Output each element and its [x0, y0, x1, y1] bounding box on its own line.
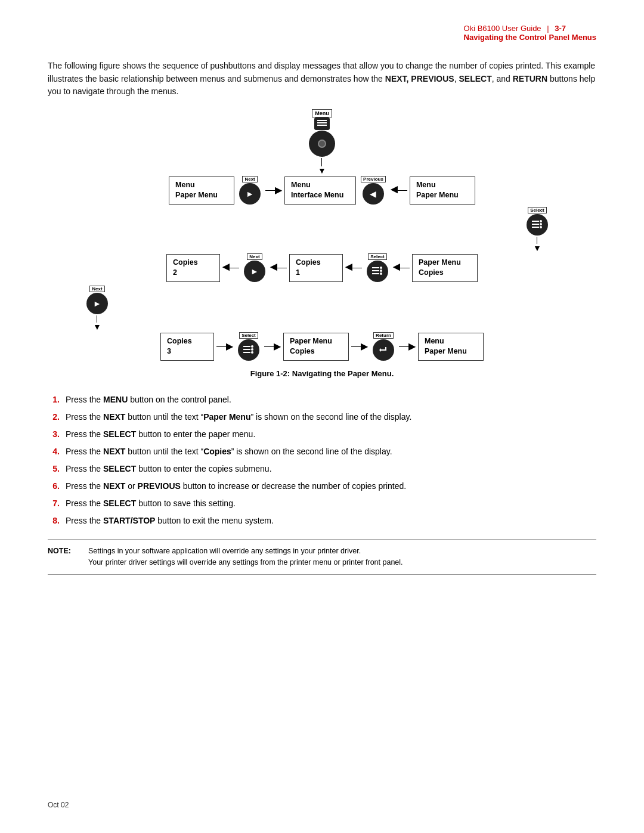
- row-1: Menu Paper Menu Next ► ▶: [69, 176, 575, 205]
- top-menu-icon: Menu ▼: [309, 109, 335, 175]
- svg-point-6: [540, 223, 542, 225]
- copies-box-3: Copies 3: [160, 333, 214, 361]
- next-label-1: Next: [244, 176, 255, 182]
- step-num-8: 8.: [48, 515, 60, 527]
- guide-name: Oki B6100 User Guide: [464, 24, 541, 33]
- next-arrow-icon-1: ►: [246, 190, 254, 198]
- step-text-4: Press the NEXT button until the text “Co…: [66, 445, 596, 458]
- select-btn-row: Select ▼: [69, 207, 575, 252]
- select-label-2: Select: [370, 254, 385, 259]
- list-item: 7. Press the SELECT button to save this …: [48, 497, 596, 510]
- select-btn-3: Select: [238, 332, 259, 361]
- copies-box-1: Copies 1: [289, 254, 343, 282]
- step-num-5: 5.: [48, 463, 60, 475]
- steps-list: 1. Press the MENU button on the control …: [48, 394, 596, 527]
- select-circle-top: [527, 214, 548, 236]
- arrow-left-3: ▶: [270, 263, 287, 272]
- next-arrow-icon-2: ►: [250, 267, 259, 275]
- svg-rect-9: [372, 267, 379, 268]
- copies-3-text: Copies 3: [167, 336, 208, 357]
- select-circle-2: [367, 261, 388, 282]
- page-footer: Oct 02: [48, 801, 69, 809]
- next-circle-3: ►: [86, 293, 108, 314]
- intro-paragraph: The following figure shows the sequence …: [48, 60, 596, 98]
- menu-paper-text-3: Menu Paper Menu: [425, 336, 477, 357]
- list-item: 3. Press the SELECT button to enter the …: [48, 428, 596, 441]
- step-num-1: 1.: [48, 394, 60, 406]
- svg-rect-11: [372, 270, 379, 271]
- note-line-1: Settings in your software application wi…: [88, 546, 596, 557]
- page-number: 3-7: [555, 24, 566, 33]
- svg-rect-0: [317, 120, 327, 121]
- next-label-3: Next: [92, 286, 102, 292]
- select-label-3: Select: [242, 333, 256, 338]
- prev-label-1: Previous: [363, 176, 383, 182]
- note-label: NOTE:: [48, 546, 79, 568]
- list-item: 1. Press the MENU button on the control …: [48, 394, 596, 406]
- svg-point-10: [380, 267, 382, 269]
- svg-point-4: [540, 220, 542, 222]
- arrow-right-1: ▶: [265, 185, 282, 195]
- svg-rect-7: [532, 227, 539, 228]
- menu-box-paper-2: Menu Paper Menu: [410, 176, 475, 205]
- svg-point-12: [380, 270, 382, 272]
- arrow-left-4: ▶: [345, 263, 362, 272]
- row-2: Copies 2 ▶ Next ► ▶: [69, 253, 575, 282]
- note-box: NOTE: Settings in your software applicat…: [48, 539, 596, 575]
- svg-marker-21: [379, 348, 381, 352]
- next-btn-below: Next ► ▼: [69, 284, 575, 331]
- menu-paper-text-2: Menu Paper Menu: [416, 180, 469, 201]
- menu-button-circle: [309, 131, 335, 157]
- step-text-1: Press the MENU button on the control pan…: [66, 394, 596, 406]
- step-num-3: 3.: [48, 428, 60, 441]
- paper-menu-copies-text: Paper Menu Copies: [419, 258, 471, 278]
- select-btn-2: Select: [367, 253, 388, 282]
- paper-menu-copies-box: Paper Menu Copies: [412, 254, 478, 282]
- menu-paper-text-1: Menu Paper Menu: [175, 180, 228, 201]
- step-text-6: Press the NEXT or PREVIOUS button to inc…: [66, 480, 596, 493]
- svg-rect-15: [243, 346, 250, 347]
- return-label: Return: [376, 333, 391, 338]
- arrow-left-1: ▶: [391, 185, 407, 195]
- row-3: Copies 3 ▶ Select: [69, 332, 575, 361]
- arrow-right-2: ▶: [216, 342, 233, 351]
- svg-rect-17: [243, 349, 250, 350]
- return-circle: [373, 339, 394, 361]
- list-item: 8. Press the START/STOP button to exit t…: [48, 515, 596, 527]
- svg-point-16: [251, 345, 253, 348]
- list-item: 6. Press the NEXT or PREVIOUS button to …: [48, 480, 596, 493]
- arrow-right-5: ▶: [399, 342, 416, 351]
- menu-interface-text: Menu Interface Menu: [291, 180, 349, 201]
- next-circle-1: ►: [239, 183, 261, 205]
- menu-box-paper-3: Menu Paper Menu: [418, 333, 484, 361]
- list-item: 5. Press the SELECT button to enter the …: [48, 463, 596, 475]
- next-circle-2: ►: [244, 261, 265, 282]
- select-circle-3: [238, 339, 259, 361]
- prev-arrow-icon-1: ◀: [370, 190, 376, 198]
- step-text-3: Press the SELECT button to enter the pap…: [66, 428, 596, 441]
- header-title-group: Oki B6100 User Guide | 3-7: [464, 24, 596, 33]
- step-num-7: 7.: [48, 497, 60, 510]
- footer-date: Oct 02: [48, 801, 69, 809]
- svg-rect-2: [317, 125, 327, 126]
- svg-rect-19: [243, 352, 250, 353]
- svg-point-14: [380, 272, 382, 275]
- select-label-top: Select: [530, 208, 544, 213]
- step-text-8: Press the START/STOP button to exit the …: [66, 515, 596, 527]
- menu-box-interface: Menu Interface Menu: [284, 176, 356, 205]
- menu-label: Menu: [315, 110, 329, 116]
- menu-box-paper-1: Menu Paper Menu: [169, 176, 234, 205]
- arrow-right-3: ▶: [264, 342, 281, 351]
- prev-circle-1: ◀: [363, 183, 384, 205]
- diagram: Menu ▼: [69, 109, 575, 389]
- svg-rect-3: [532, 221, 539, 222]
- svg-rect-1: [317, 122, 327, 123]
- step-text-5: Press the SELECT button to enter the cop…: [66, 463, 596, 475]
- svg-point-20: [251, 351, 253, 354]
- next-label-2: Next: [249, 254, 259, 259]
- copies-box-2: Copies 2: [166, 254, 220, 282]
- copies-1-text: Copies 1: [296, 258, 336, 278]
- prev-btn-1: Previous ◀: [361, 176, 386, 205]
- svg-point-18: [251, 348, 253, 351]
- page: Oki B6100 User Guide | 3-7 Navigating th…: [0, 0, 644, 833]
